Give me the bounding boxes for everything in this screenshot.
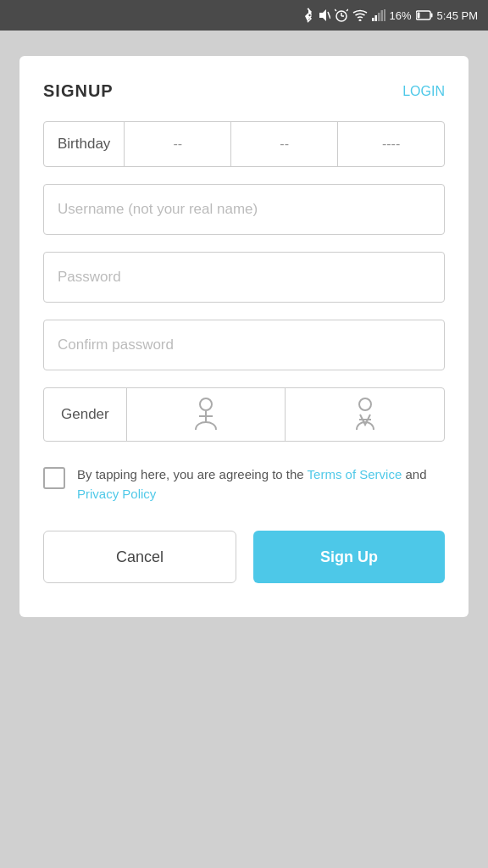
battery-text: 16%: [390, 9, 412, 22]
buttons-row: Cancel Sign Up: [43, 531, 445, 583]
mute-icon: [319, 8, 330, 22]
birthday-row[interactable]: Birthday -- -- ----: [43, 121, 445, 167]
terms-text: By tapping here, you are agreeing to the…: [77, 465, 445, 504]
birthday-year[interactable]: ----: [338, 122, 444, 166]
male-icon: [192, 398, 219, 431]
svg-line-1: [328, 12, 330, 19]
status-icons: 16% 5:45 PM: [302, 8, 478, 23]
page-title: SIGNUP: [43, 81, 114, 101]
signup-button[interactable]: Sign Up: [253, 531, 445, 583]
gender-female-option[interactable]: [286, 388, 444, 441]
birthday-day[interactable]: --: [231, 122, 338, 166]
svg-point-16: [200, 398, 212, 410]
svg-rect-11: [380, 10, 383, 21]
female-icon: [352, 398, 379, 431]
svg-rect-8: [372, 18, 374, 21]
svg-rect-15: [417, 13, 419, 19]
svg-line-6: [347, 9, 348, 11]
svg-point-19: [359, 398, 371, 410]
svg-line-5: [335, 9, 336, 11]
terms-row: By tapping here, you are agreeing to the…: [43, 465, 445, 504]
username-input[interactable]: [43, 184, 445, 235]
password-input[interactable]: [43, 252, 445, 303]
battery-icon: [416, 10, 433, 20]
terms-text-and: and: [402, 467, 426, 481]
svg-rect-10: [378, 13, 380, 21]
svg-rect-9: [374, 15, 377, 21]
signal-icon: [372, 9, 385, 21]
terms-checkbox[interactable]: [43, 467, 65, 489]
bluetooth-icon: [302, 8, 314, 23]
cancel-button[interactable]: Cancel: [43, 531, 236, 583]
birthday-label: Birthday: [44, 122, 125, 166]
gender-label: Gender: [44, 388, 127, 441]
login-link[interactable]: LOGIN: [402, 84, 445, 99]
svg-rect-12: [384, 9, 385, 21]
terms-text-prefix: By tapping here, you are agreeing to the: [77, 467, 308, 481]
privacy-policy-link[interactable]: Privacy Policy: [77, 487, 156, 501]
wifi-icon: [352, 9, 368, 21]
confirm-password-input[interactable]: [43, 320, 445, 370]
gender-row: Gender: [43, 387, 445, 442]
svg-rect-14: [430, 14, 432, 18]
svg-point-7: [358, 19, 361, 22]
alarm-icon: [335, 8, 348, 22]
time-text: 5:45 PM: [437, 9, 478, 22]
status-bar: 16% 5:45 PM: [0, 0, 488, 31]
svg-marker-0: [319, 9, 326, 21]
terms-of-service-link[interactable]: Terms of Service: [308, 467, 402, 481]
gender-male-option[interactable]: [127, 388, 286, 441]
card-header: SIGNUP LOGIN: [43, 81, 445, 101]
signup-card: SIGNUP LOGIN Birthday -- -- ---- Gender: [19, 56, 469, 617]
birthday-month[interactable]: --: [125, 122, 231, 166]
